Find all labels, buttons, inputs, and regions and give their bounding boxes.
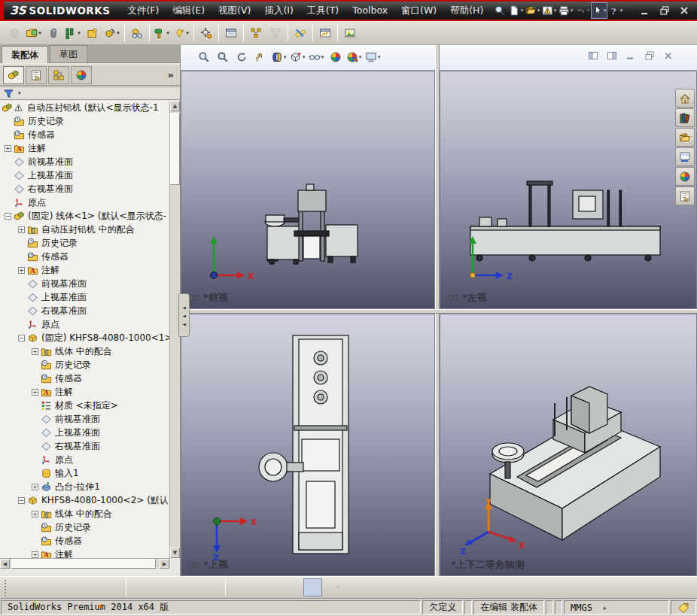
dropdown-caret-icon[interactable]: ▾ (537, 8, 540, 14)
scroll-thumb[interactable] (170, 113, 180, 185)
collision-detection-button[interactable] (360, 578, 379, 596)
tree-item[interactable]: +A注解 (0, 141, 170, 155)
view-palette-button[interactable] (675, 147, 695, 166)
units-caret-icon[interactable]: ▲ (603, 605, 606, 611)
displaymanager-tab[interactable] (71, 66, 92, 84)
propertymanager-tab[interactable] (26, 66, 47, 84)
rotate-view-button[interactable] (232, 47, 251, 67)
tree-filter-bar[interactable]: ▾ (0, 86, 180, 100)
dropdown-caret-icon[interactable]: ▾ (571, 8, 574, 14)
menu-item[interactable]: Toolbox (345, 5, 394, 16)
help-button[interactable]: ?▾ (607, 2, 624, 19)
dropdown-caret-icon[interactable]: ▾ (38, 30, 41, 36)
add-relation-button[interactable] (148, 578, 166, 596)
filter-funnel-icon[interactable] (3, 88, 14, 99)
smart-fasteners-button[interactable] (83, 23, 102, 43)
file-explorer-button[interactable] (675, 128, 695, 147)
new-motion-study-button[interactable] (196, 23, 216, 43)
design-library-button[interactable] (675, 108, 695, 127)
select-button[interactable]: ▾ (591, 2, 607, 19)
dropdown-caret-icon[interactable]: ▾ (587, 8, 590, 14)
pane-left-button[interactable] (586, 49, 601, 62)
panel-collapse-splitter[interactable]: ◄ ◄ ◄ (178, 293, 190, 337)
endpoint-chain-button[interactable] (204, 578, 223, 596)
tree-item[interactable]: 传感器 (0, 372, 170, 385)
viewport-left[interactable]: Z *左视 (440, 71, 697, 309)
dropdown-caret-icon[interactable]: ▾ (521, 8, 524, 14)
tree-item[interactable]: 传感器 (0, 128, 170, 141)
configurationmanager-tab[interactable] (48, 66, 69, 84)
menu-item[interactable]: 帮助(H) (443, 5, 490, 16)
grid-snap-button[interactable] (247, 578, 266, 596)
tree-item[interactable]: +线体 中的配合 (0, 507, 170, 520)
toolbar-drag-handle[interactable] (4, 579, 8, 596)
scroll-left-button[interactable]: ◀ (0, 559, 10, 569)
tree-item[interactable]: 传感器 (0, 250, 170, 263)
viewport-horizontal-splitter[interactable] (181, 309, 697, 314)
tree-item[interactable]: 右视基准面 (0, 304, 170, 317)
expander-icon[interactable]: − (18, 335, 25, 341)
solidworks-resources-button[interactable] (675, 89, 695, 108)
expander-icon[interactable]: + (32, 389, 38, 396)
menu-item[interactable]: 编辑(E) (166, 5, 212, 16)
tab-草图[interactable]: 草图 (50, 45, 87, 62)
expander-icon[interactable]: + (5, 145, 11, 152)
tree-item[interactable]: +线体 中的配合 (0, 344, 170, 358)
tree-item[interactable]: +A注解 (0, 548, 170, 558)
view-orientation-button[interactable]: ▾ (288, 47, 307, 67)
appearances-scenes-button[interactable] (675, 167, 695, 186)
dropdown-caret-icon[interactable]: ▾ (321, 54, 324, 60)
menu-item[interactable]: 插入(I) (257, 5, 300, 16)
edit-appearance-button[interactable]: ▾ (345, 47, 364, 67)
wireframe-display-button[interactable] (285, 578, 303, 596)
menu-item[interactable]: 文件(F) (120, 5, 166, 16)
smart-dimension-button[interactable] (228, 578, 247, 596)
assembly-features-button[interactable]: ▾ (152, 23, 172, 43)
linear-component-pattern-button[interactable]: ▾ (63, 23, 83, 43)
win-close-button[interactable] (661, 49, 676, 62)
tree-item[interactable]: 上视基准面 (0, 426, 170, 439)
filter-caret-icon[interactable]: ▾ (18, 90, 21, 96)
angle-snap-button[interactable] (266, 578, 285, 596)
dropdown-caret-icon[interactable]: ▾ (378, 54, 381, 60)
tree-item[interactable]: 输入1 (0, 466, 170, 480)
mate-button[interactable] (44, 23, 63, 43)
dropdown-caret-icon[interactable]: ▾ (359, 54, 362, 60)
print-button[interactable]: ▾ (558, 2, 574, 19)
pan-button[interactable] (251, 47, 269, 67)
dropdown-caret-icon[interactable]: ▾ (166, 30, 169, 36)
custom-properties-button[interactable] (675, 187, 695, 205)
scroll-right-button[interactable]: ▶ (160, 559, 169, 569)
tree-item[interactable]: 右视基准面 (0, 182, 170, 196)
sketch-corner-button[interactable] (185, 578, 204, 596)
undo-button[interactable]: ▾ (574, 2, 591, 19)
expander-icon[interactable]: + (18, 226, 25, 233)
sketch-line-button[interactable] (48, 578, 67, 596)
tree-item[interactable]: 历史记录 (0, 114, 170, 128)
menu-item[interactable]: 窗口(W) (394, 5, 443, 16)
expander-icon[interactable]: + (18, 267, 25, 274)
assembly-section-view-button[interactable] (341, 578, 360, 596)
photoview-preview-button[interactable] (340, 23, 360, 43)
search-button[interactable] (492, 2, 508, 19)
interference-detection-button[interactable] (291, 23, 310, 43)
menu-item[interactable]: 视图(V) (212, 5, 257, 16)
scroll-thumb[interactable] (11, 559, 156, 569)
shaded-with-edges-button[interactable] (303, 578, 322, 596)
view-settings-button[interactable]: ▾ (364, 47, 382, 67)
tree-item[interactable]: 原点 (0, 196, 170, 209)
dropdown-caret-icon[interactable]: ▾ (284, 54, 287, 60)
tree-item[interactable]: 传感器 (0, 534, 170, 548)
tree-item[interactable]: −(固定) 线体<1> (默认<显示状态- (0, 209, 170, 223)
insert-from-file-button[interactable]: ▾ (24, 23, 44, 43)
section-view-button[interactable]: ▾ (269, 47, 288, 67)
tree-item[interactable]: 前视基准面 (0, 412, 170, 426)
close-button[interactable] (676, 3, 692, 18)
dropdown-caret-icon[interactable]: ▾ (303, 54, 306, 60)
minimize-button[interactable] (637, 3, 653, 18)
expander-icon[interactable]: + (32, 511, 38, 517)
move-component-button[interactable]: ▾ (102, 23, 122, 43)
scroll-down-button[interactable]: ▼ (170, 548, 180, 558)
tree-item[interactable]: −KHFS8-4080-1000<2> (默认<<默 (0, 493, 170, 507)
apply-scene-button[interactable] (326, 47, 345, 67)
